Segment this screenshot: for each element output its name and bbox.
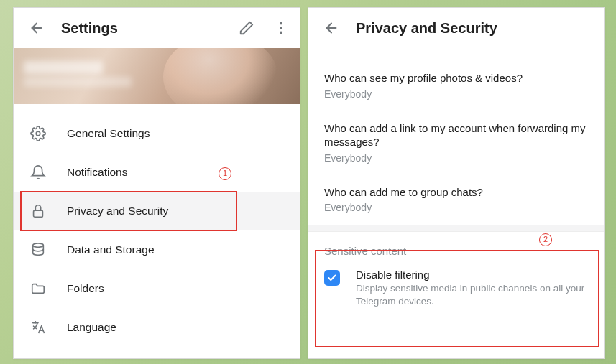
settings-title: Settings <box>61 20 118 37</box>
menu-item-general-settings[interactable]: General Settings <box>14 114 300 153</box>
disable-filtering-checkbox[interactable] <box>324 270 340 286</box>
more-button[interactable] <box>271 14 291 42</box>
menu-item-label: Folders <box>67 282 104 295</box>
svg-point-1 <box>280 22 282 25</box>
annotation-marker-2: 2 <box>539 233 552 246</box>
more-vertical-icon <box>273 20 289 36</box>
menu-item-label: Language <box>67 321 116 334</box>
privacy-item-group-chats[interactable]: Who can add me to group chats? Everybody <box>308 175 604 225</box>
menu-item-folders[interactable]: Folders <box>14 269 300 308</box>
menu-item-data-storage[interactable]: Data and Storage <box>14 230 300 269</box>
menu-item-label: General Settings <box>67 127 150 140</box>
arrow-left-icon <box>29 20 45 36</box>
sensitive-content-label: Sensitive content <box>308 232 604 260</box>
menu-item-label: Privacy and Security <box>67 205 168 218</box>
section-divider <box>308 225 604 232</box>
disable-filtering-description: Display sensitive media in public channe… <box>356 282 589 308</box>
profile-name-blurred <box>24 61 103 74</box>
svg-point-3 <box>280 32 282 34</box>
annotation-marker-1: 1 <box>219 167 231 180</box>
privacy-title: Privacy and Security <box>356 20 497 37</box>
menu-item-label: Data and Storage <box>67 243 155 256</box>
language-icon <box>29 319 47 336</box>
privacy-item-profile-photos[interactable]: Who can see my profile photos & videos? … <box>308 61 604 111</box>
arrow-left-icon <box>323 20 339 36</box>
svg-point-2 <box>280 27 282 29</box>
disable-filtering-row[interactable]: Disable filtering Display sensitive medi… <box>308 260 604 319</box>
back-button[interactable] <box>22 14 51 42</box>
database-icon <box>29 241 47 258</box>
privacy-header: Privacy and Security <box>308 8 604 48</box>
privacy-item-value: Everybody <box>324 202 589 213</box>
privacy-item-forward-link[interactable]: Who can add a link to my account when fo… <box>308 111 604 175</box>
settings-menu: General Settings Notifications Privacy a… <box>14 104 300 347</box>
privacy-panel: Privacy and Security Who can see my prof… <box>308 7 605 359</box>
lock-icon <box>29 202 47 220</box>
svg-point-4 <box>36 131 40 136</box>
profile-status-blurred <box>24 77 132 87</box>
svg-rect-5 <box>34 210 43 217</box>
privacy-item-title: Who can add me to group chats? <box>324 185 589 200</box>
settings-header: Settings <box>14 8 300 48</box>
menu-item-privacy-security[interactable]: Privacy and Security <box>14 192 300 230</box>
edit-button[interactable] <box>232 14 261 42</box>
gear-icon <box>29 125 47 142</box>
bell-icon <box>29 164 47 181</box>
svg-point-6 <box>33 243 44 248</box>
disable-filtering-title: Disable filtering <box>356 269 589 281</box>
privacy-item-title: Who can see my profile photos & videos? <box>324 71 589 85</box>
check-icon <box>327 273 337 283</box>
menu-item-notifications[interactable]: Notifications <box>14 153 300 192</box>
privacy-item-title: Who can add a link to my account when fo… <box>324 121 589 149</box>
privacy-item-value: Everybody <box>324 152 589 164</box>
folder-icon <box>29 280 47 297</box>
privacy-item-value: Everybody <box>324 88 589 100</box>
pencil-icon <box>239 20 254 36</box>
menu-item-language[interactable]: Language <box>14 308 300 347</box>
menu-item-label: Notifications <box>67 166 127 179</box>
back-button[interactable] <box>317 14 346 42</box>
settings-panel: Settings General Settings Notifications <box>13 7 300 359</box>
profile-banner[interactable] <box>14 48 300 104</box>
